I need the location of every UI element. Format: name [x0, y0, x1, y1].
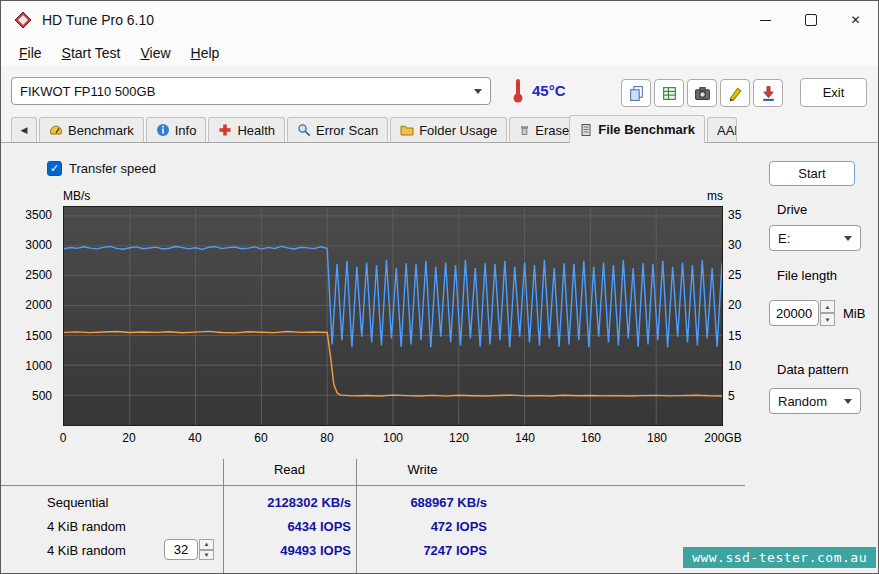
- close-button[interactable]: ✕: [833, 1, 878, 39]
- highlight-button[interactable]: [720, 79, 750, 107]
- y-axis-left-unit: MB/s: [63, 189, 90, 203]
- tab-aam[interactable]: AAM: [707, 117, 737, 142]
- exit-button[interactable]: Exit: [800, 78, 867, 107]
- random-qd-write-value: 7247 IOPS: [361, 543, 487, 558]
- tab-label: AAM: [717, 123, 737, 138]
- watermark-text: www.ssd-tester.com.au: [692, 550, 867, 565]
- tab-strip: ◀ Benchmark Info Health: [1, 113, 879, 143]
- export-button[interactable]: [654, 79, 684, 107]
- row-label-4kib-random-qd: 4 KiB random: [47, 543, 126, 558]
- health-cross-icon: [218, 123, 232, 137]
- write-column-header: Write: [356, 462, 489, 477]
- tab-error-scan[interactable]: Error Scan: [287, 117, 388, 142]
- chevron-down-icon: [844, 399, 852, 404]
- maximize-button[interactable]: [788, 1, 833, 39]
- file-length-input[interactable]: [769, 300, 819, 326]
- y-axis-tick-label: 2500: [0, 268, 52, 282]
- x-axis-tick-label: 160: [581, 431, 601, 445]
- start-button[interactable]: Start: [769, 161, 855, 186]
- screenshot-button[interactable]: [687, 79, 717, 107]
- y-axis-right-unit: ms: [683, 189, 723, 203]
- spin-up-button[interactable]: ▲: [820, 300, 835, 313]
- menu-view[interactable]: View: [130, 42, 180, 64]
- maximize-icon: [805, 14, 817, 26]
- queue-depth-input[interactable]: [164, 539, 198, 560]
- y-axis-tick-label: 10: [728, 359, 741, 373]
- y-axis-tick-label: 1500: [0, 329, 52, 343]
- table-divider: [1, 485, 745, 486]
- close-icon: ✕: [850, 13, 860, 27]
- file-length-label: File length: [777, 268, 837, 283]
- x-axis-tick-label: 20: [122, 431, 135, 445]
- title-bar: HD Tune Pro 6.10 ✕: [1, 1, 878, 39]
- y-axis-tick-label: 500: [0, 389, 52, 403]
- start-label: Start: [798, 166, 825, 181]
- x-axis-tick-label: 80: [320, 431, 333, 445]
- tab-label: Folder Usage: [419, 123, 497, 138]
- spin-down-button[interactable]: ▼: [199, 550, 214, 561]
- drive-value: E:: [778, 231, 790, 246]
- tab-label: Erase: [535, 123, 569, 138]
- tab-folder-usage[interactable]: Folder Usage: [390, 117, 507, 142]
- copy-icon: [628, 85, 645, 102]
- tab-file-benchmark[interactable]: File Benchmark: [569, 115, 705, 143]
- minimize-icon: [760, 20, 771, 21]
- tab-label: Info: [175, 123, 197, 138]
- x-axis-labels: 020406080100120140160180200GB: [63, 431, 723, 447]
- menu-bar: File Start Test View Help: [1, 39, 878, 66]
- drive-label: Drive: [777, 202, 807, 217]
- x-axis-tick-label: 140: [515, 431, 535, 445]
- exit-label: Exit: [823, 85, 845, 100]
- y-axis-tick-label: 25: [728, 268, 741, 282]
- drive-combobox[interactable]: E:: [769, 225, 861, 251]
- tab-health[interactable]: Health: [208, 117, 285, 142]
- copy-button[interactable]: [621, 79, 651, 107]
- spin-up-button[interactable]: ▲: [199, 539, 214, 550]
- y-axis-tick-label: 20: [728, 298, 741, 312]
- file-length-spinner: ▲ ▼: [820, 300, 835, 326]
- tab-label: File Benchmark: [598, 122, 695, 137]
- export-icon: [661, 85, 678, 102]
- tab-label: Error Scan: [316, 123, 378, 138]
- minimize-button[interactable]: [743, 1, 788, 39]
- file-benchmark-icon: [579, 123, 593, 137]
- tab-scroll-left-button[interactable]: ◀: [11, 117, 37, 142]
- y-axis-tick-label: 3500: [0, 208, 52, 222]
- data-pattern-combobox[interactable]: Random: [769, 388, 861, 414]
- benchmark-gauge-icon: [49, 123, 63, 137]
- temperature-value: 45°C: [532, 82, 566, 99]
- y-axis-tick-label: 30: [728, 238, 741, 252]
- read-column-header: Read: [223, 462, 356, 477]
- spin-up-icon: ▲: [204, 541, 210, 547]
- y-axis-tick-label: 5: [728, 389, 735, 403]
- y-axis-left-labels: 350030002500200015001000500: [1, 206, 57, 426]
- app-window: HD Tune Pro 6.10 ✕ File Start Test View …: [0, 0, 879, 574]
- download-arrow-icon: [760, 85, 777, 102]
- row-label-4kib-random: 4 KiB random: [47, 519, 126, 534]
- y-axis-tick-label: 3000: [0, 238, 52, 252]
- thermometer-icon: [510, 78, 526, 104]
- chevron-down-icon: [474, 89, 482, 94]
- info-icon: [156, 123, 170, 137]
- transfer-speed-label: Transfer speed: [69, 161, 156, 176]
- drive-model-combobox[interactable]: FIKWOT FP110 500GB: [11, 77, 491, 105]
- spin-down-button[interactable]: ▼: [820, 313, 835, 326]
- y-axis-tick-label: 2000: [0, 298, 52, 312]
- chevron-down-icon: [844, 236, 852, 241]
- file-length-unit: MiB: [843, 306, 865, 321]
- row-label-sequential: Sequential: [47, 495, 108, 510]
- transfer-speed-chart: [63, 206, 723, 426]
- menu-start-test[interactable]: Start Test: [52, 42, 131, 64]
- x-axis-tick-label: 120: [449, 431, 469, 445]
- save-button[interactable]: [753, 79, 783, 107]
- transfer-speed-checkbox[interactable]: ✓: [47, 161, 62, 176]
- highlight-pen-icon: [727, 85, 744, 102]
- chart-canvas: [64, 207, 722, 425]
- tab-info[interactable]: Info: [146, 117, 207, 142]
- tab-benchmark[interactable]: Benchmark: [39, 117, 144, 142]
- data-pattern-value: Random: [778, 394, 827, 409]
- menu-help[interactable]: Help: [181, 42, 230, 64]
- y-axis-tick-label: 35: [728, 208, 741, 222]
- menu-file[interactable]: File: [9, 42, 52, 64]
- random-qd-read-value: 49493 IOPS: [227, 543, 351, 558]
